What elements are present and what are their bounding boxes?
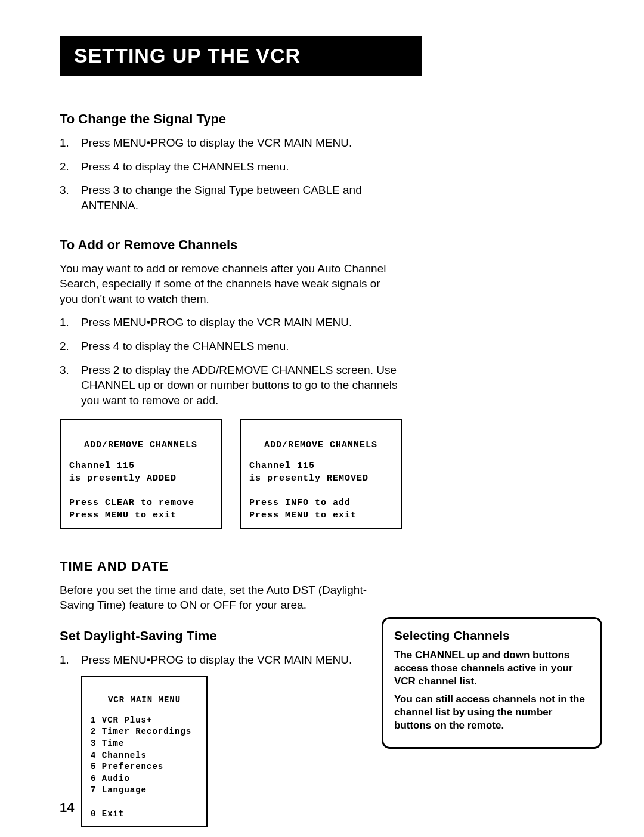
osd-line: 0 Exit (91, 809, 124, 819)
osd-line: 1 VCR Plus+ (91, 715, 152, 725)
osd-line: 2 Timer Recordings (91, 727, 191, 736)
steps-change-signal-type: 1.Press MENU•PROG to display the VCR MAI… (60, 135, 596, 213)
heading-time-and-date: TIME AND DATE (60, 559, 596, 574)
step-number: 1. (60, 135, 69, 151)
osd-title: ADD/REMOVE CHANNELS (249, 439, 392, 451)
osd-title: ADD/REMOVE CHANNELS (69, 439, 212, 451)
step-text: Press 2 to display the ADD/REMOVE CHANNE… (81, 364, 398, 407)
step-number: 3. (60, 362, 69, 378)
step-text: Press 3 to change the Signal Type betwee… (81, 184, 362, 212)
osd-line: 6 Audio (91, 774, 130, 783)
section-add-remove-channels: To Add or Remove Channels You may want t… (60, 237, 596, 529)
osd-line: Press CLEAR to remove (69, 498, 194, 508)
osd-line: 4 Channels (91, 751, 147, 760)
manual-page: SETTING UP THE VCR To Change the Signal … (0, 0, 644, 837)
osd-line: Press MENU to exit (249, 510, 357, 520)
step-text: Press MENU•PROG to display the VCR MAIN … (81, 653, 352, 666)
intro-add-remove-channels: You may want to add or remove channels a… (60, 261, 394, 307)
callout-paragraph: The CHANNEL up and down buttons access t… (394, 649, 590, 688)
step-item: 2.Press 4 to display the CHANNELS menu. (60, 339, 415, 354)
step-number: 2. (60, 159, 69, 175)
step-number: 1. (60, 652, 69, 668)
page-title-banner: SETTING UP THE VCR (60, 36, 422, 76)
step-text: Press MENU•PROG to display the VCR MAIN … (81, 137, 352, 149)
osd-line: Channel 115 (249, 461, 315, 471)
step-item: 1.Press MENU•PROG to display the VCR MAI… (60, 135, 415, 151)
osd-title: VCR MAIN MENU (91, 695, 198, 706)
step-item: 3.Press 3 to change the Signal Type betw… (60, 182, 415, 213)
osd-line: 5 Preferences (91, 762, 163, 771)
osd-line: is presently ADDED (69, 473, 177, 483)
step-number: 3. (60, 182, 69, 198)
osd-main-menu: VCR MAIN MENU1 VCR Plus+ 2 Timer Recordi… (81, 676, 208, 827)
step-number: 2. (60, 339, 69, 354)
step-item: 1.Press MENU•PROG to display the VCR MAI… (60, 315, 415, 330)
step-number: 1. (60, 315, 69, 330)
heading-change-signal-type: To Change the Signal Type (60, 111, 596, 127)
steps-add-remove-channels: 1.Press MENU•PROG to display the VCR MAI… (60, 315, 596, 408)
osd-added: ADD/REMOVE CHANNELSChannel 115 is presen… (60, 419, 222, 529)
osd-screens-row: ADD/REMOVE CHANNELSChannel 115 is presen… (60, 419, 596, 529)
osd-line: Press MENU to exit (69, 510, 177, 520)
step-text: Press MENU•PROG to display the VCR MAIN … (81, 316, 352, 328)
step-text: Press 4 to display the CHANNELS menu. (81, 160, 289, 173)
callout-paragraph: You can still access channels not in the… (394, 693, 590, 732)
osd-removed: ADD/REMOVE CHANNELSChannel 115 is presen… (240, 419, 402, 529)
step-item: 1.Press MENU•PROG to display the VCR MAI… (60, 652, 415, 668)
osd-line: is presently REMOVED (249, 473, 369, 483)
osd-line: Channel 115 (69, 461, 135, 471)
callout-selecting-channels: Selecting Channels The CHANNEL up and do… (382, 617, 602, 749)
intro-time-and-date: Before you set the time and date, set th… (60, 582, 394, 613)
osd-line: 3 Time (91, 739, 124, 748)
callout-title: Selecting Channels (394, 628, 590, 643)
step-item: 3.Press 2 to display the ADD/REMOVE CHAN… (60, 362, 415, 408)
step-item: 2.Press 4 to display the CHANNELS menu. (60, 159, 415, 175)
page-number: 14 (60, 800, 74, 816)
step-text: Press 4 to display the CHANNELS menu. (81, 340, 289, 352)
osd-line: Press INFO to add (249, 498, 351, 508)
section-change-signal-type: To Change the Signal Type 1.Press MENU•P… (60, 111, 596, 213)
heading-add-remove-channels: To Add or Remove Channels (60, 237, 596, 253)
osd-line: 7 Language (91, 785, 147, 795)
